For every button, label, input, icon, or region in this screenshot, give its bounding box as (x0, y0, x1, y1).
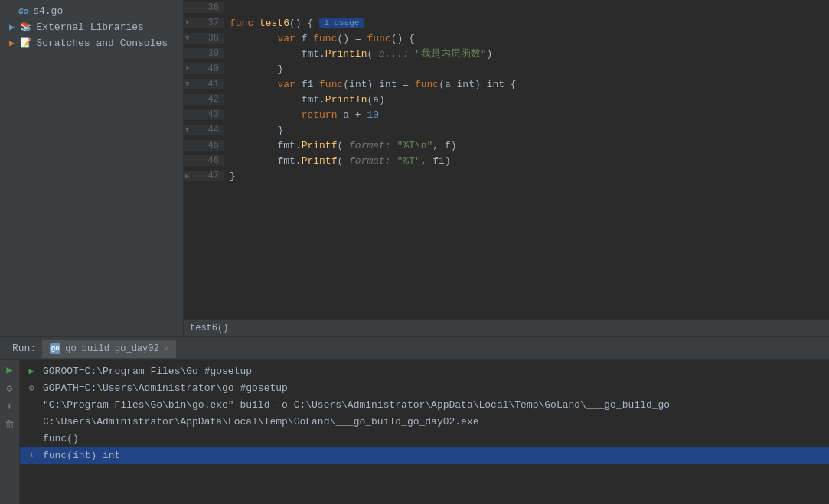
console-gutter-6: ⬇ (20, 448, 43, 463)
code-token (230, 125, 277, 136)
settings-button[interactable]: ⚙ (7, 382, 13, 395)
code-token: a (373, 94, 379, 106)
code-token: fmt. (277, 140, 301, 151)
code-token: format: (343, 140, 397, 151)
sidebar-item-external-libraries[interactable]: ▶ 📚 External Libraries (0, 19, 183, 35)
scratch-icon: ▶ 📝 (9, 37, 31, 49)
code-token: Println (325, 48, 367, 60)
code-line-37: ▼ 37 func test6() { 1 usage (184, 15, 829, 31)
sidebar-item-scratch-label: Scratches and Consoles (36, 37, 168, 49)
code-token: { (307, 18, 313, 29)
editor-breadcrumb: test6() (184, 319, 829, 336)
fold-icon-41[interactable]: ▼ (185, 80, 189, 88)
code-token: func (230, 18, 259, 29)
line-number-45: 45 (184, 140, 224, 151)
download-icon-6: ⬇ (28, 448, 34, 463)
code-token: { (511, 79, 517, 90)
code-token: Printf (302, 140, 338, 151)
settings-icon-2: ⚙ (28, 381, 34, 396)
code-token: return (302, 109, 344, 121)
code-token: ) (475, 79, 487, 90)
code-token: ) (379, 94, 385, 106)
code-token (230, 48, 302, 60)
code-token: f (445, 140, 451, 151)
code-token: var (277, 79, 301, 90)
console-line-4: C:\Users\Administrator\AppData\Local\Tem… (20, 414, 829, 431)
fold-icon-37[interactable]: ▼ (185, 19, 189, 27)
code-token: ) (445, 155, 451, 167)
fold-icon-38[interactable]: ▼ (185, 34, 189, 42)
code-token: Printf (302, 155, 338, 167)
fold-icon-40[interactable]: ▼ (185, 65, 189, 73)
play-button[interactable]: ▶ (6, 363, 12, 376)
console-output[interactable]: ▶ GOROOT=C:\Program Files\Go #gosetup ⚙ … (20, 360, 829, 504)
code-token: int (487, 79, 511, 90)
code-line-39: 39 fmt.Println( a...: "我是内层函数") (184, 46, 829, 61)
code-token: ) (451, 140, 457, 151)
code-line-46: 46 fmt.Printf( format: "%T", f1) (184, 153, 829, 168)
code-token: } (230, 171, 236, 182)
line-number-37: ▼ 37 (184, 18, 224, 28)
code-token: f1 (302, 79, 319, 90)
run-tab[interactable]: go go build go_day02 ✕ (42, 340, 176, 358)
line-number-47: ▶ 47 (184, 171, 224, 181)
clear-button[interactable]: 🗑 (5, 419, 15, 431)
code-line-43: 43 return a + 10 (184, 107, 829, 122)
console-text-5: func() (43, 431, 79, 447)
code-token: func (409, 79, 439, 90)
code-token: "%T\n" (397, 140, 432, 151)
console-line-1: ▶ GOROOT=C:\Program Files\Go #gosetup (20, 363, 829, 380)
code-token: ( (367, 48, 373, 60)
code-line-45: 45 fmt.Printf( format: "%T\n", f) (184, 138, 829, 153)
fold-icon-47[interactable]: ▶ (185, 172, 189, 180)
code-token: format: (343, 155, 397, 167)
sidebar-item-s4go[interactable]: Go s4.go (0, 3, 183, 19)
external-libraries-icon: ▶ 📚 (9, 21, 31, 33)
console-gutter-2: ⚙ (20, 381, 43, 396)
main-area: Go s4.go ▶ 📚 External Libraries ▶ 📝 Scra… (0, 0, 829, 336)
code-token: func (313, 33, 337, 44)
code-token: ( (337, 140, 343, 151)
code-token: } (277, 125, 283, 136)
close-tab-button[interactable]: ✕ (164, 343, 169, 353)
code-token: func (361, 33, 391, 44)
console-line-5: func() (20, 431, 829, 447)
code-line-41: ▼ 41 var f1 func(int) int = func(a int) … (184, 76, 829, 92)
line-number-38: ▼ 38 (184, 33, 224, 44)
code-token: "我是内层函数" (415, 47, 487, 60)
sidebar-item-scratches[interactable]: ▶ 📝 Scratches and Consoles (0, 35, 183, 51)
code-line-38: ▼ 38 var f func() = func() { (184, 31, 829, 46)
download-button[interactable]: ⬇ (7, 401, 13, 413)
go-file-icon: Go (18, 7, 28, 16)
code-token: () (289, 18, 307, 29)
bottom-panel: Run: go go build go_day02 ✕ ▶ ⚙ ⬇ 🗑 ▶ GO… (0, 336, 829, 504)
code-token: 10 (367, 109, 379, 121)
code-token: ( (337, 155, 343, 167)
code-token: f (302, 33, 314, 44)
bottom-content: ▶ ⚙ ⬇ 🗑 ▶ GOROOT=C:\Program Files\Go #go… (0, 360, 829, 504)
run-tab-label: go build go_day02 (65, 343, 158, 354)
play-icon-1: ▶ (28, 364, 34, 379)
console-line-3: "C:\Program Files\Go\bin\go.exe" build -… (20, 397, 829, 414)
line-number-40: ▼ 40 (184, 63, 224, 74)
line-number-39: 39 (184, 48, 224, 59)
code-token: func (319, 79, 343, 90)
console-gutter-1: ▶ (20, 364, 43, 379)
breadcrumb-text: test6() (190, 323, 228, 333)
code-token (230, 140, 277, 151)
line-number-43: 43 (184, 109, 224, 120)
line-number-36: 36 (184, 2, 224, 13)
code-token: ( (439, 79, 445, 90)
console-text-6: func(int) int (43, 448, 120, 463)
code-token: int (349, 79, 367, 90)
code-token (230, 63, 277, 75)
code-token: ) (486, 48, 492, 60)
code-token (230, 155, 277, 167)
code-container[interactable]: 36 ▼ 37 func test6() { 1 usage (184, 0, 829, 319)
code-token (230, 33, 277, 44)
code-line-36: 36 (184, 0, 829, 15)
code-token: test6 (259, 18, 289, 29)
console-line-6: ⬇ func(int) int (20, 447, 829, 464)
fold-icon-44[interactable]: ▼ (185, 126, 189, 134)
code-line-40: ▼ 40 } (184, 61, 829, 76)
